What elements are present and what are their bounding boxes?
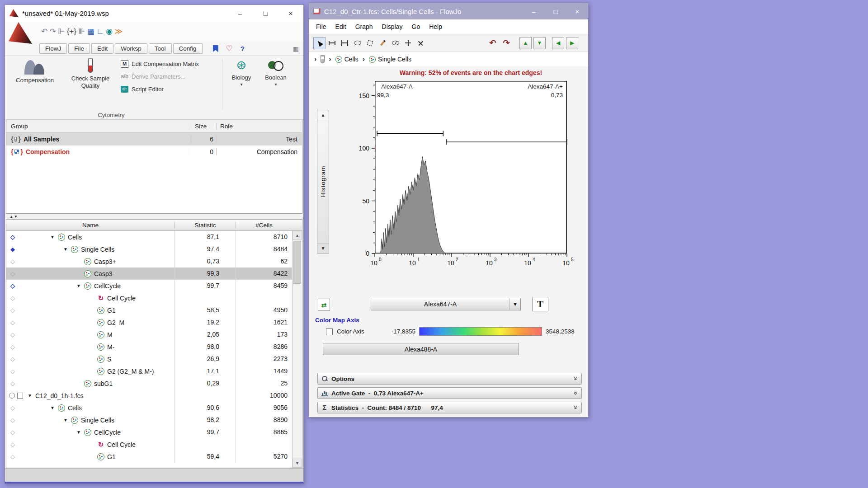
expander-icon[interactable] xyxy=(74,283,83,288)
minimize-button[interactable]: – xyxy=(523,3,545,19)
group-row[interactable]: {} All Samples 6 Test xyxy=(6,133,302,145)
menu-item[interactable]: Go xyxy=(407,21,425,32)
undo-icon[interactable]: ↶ xyxy=(486,38,500,48)
ribbon-tab[interactable]: Tool xyxy=(149,43,172,54)
maximize-button[interactable]: □ xyxy=(545,3,566,19)
layout-editor-icon[interactable]: ∟ xyxy=(96,27,104,36)
histogram-plot[interactable]: 050100150100101102103104105 xyxy=(375,81,567,253)
row-select-diamond-icon[interactable] xyxy=(9,304,16,316)
row-select-diamond-icon[interactable] xyxy=(9,280,16,292)
tree-row[interactable]: CellCycle 99,7 8865 xyxy=(6,426,292,438)
advance-icon[interactable]: ≫ xyxy=(115,27,123,36)
edit-compensation-matrix-button[interactable]: M Edit Compensation Matrix xyxy=(121,57,227,70)
column-header-group[interactable]: Group xyxy=(6,123,191,130)
favorites-heart-icon[interactable]: ♡ xyxy=(226,44,233,53)
ancestor-up-button[interactable]: ▲ xyxy=(519,37,532,49)
splitter-toggle-icons[interactable]: ▲▼ xyxy=(9,215,19,219)
row-select-diamond-icon[interactable] xyxy=(9,231,16,243)
expander-icon[interactable] xyxy=(61,247,70,252)
polygon-gate-tool[interactable] xyxy=(364,37,376,49)
scrollbar-thumb[interactable] xyxy=(293,241,301,284)
group-row[interactable]: {} Compensation 0 Compensation xyxy=(6,145,302,158)
tree-row[interactable]: Cells 90,6 9056 xyxy=(6,402,292,414)
expand-section-icon[interactable]: » xyxy=(572,406,580,409)
ellipse-gate-tool[interactable] xyxy=(351,37,363,49)
ribbon-tab[interactable]: Edit xyxy=(91,43,113,54)
script-editor-button[interactable]: C: Script Editor xyxy=(121,83,227,95)
active-gate-section-header[interactable]: Active Gate - 0,73 Alexa647-A+ » xyxy=(317,387,582,399)
menu-item[interactable]: File xyxy=(311,21,331,32)
column-header-size[interactable]: Size xyxy=(191,123,216,130)
tree-row[interactable]: Single Cells 97,4 8484 xyxy=(6,243,292,255)
x-parameter-dropdown[interactable]: Alexa647-A ▼ xyxy=(371,298,521,310)
check-sample-quality-button[interactable]: Check SampleQuality xyxy=(71,58,110,90)
color-axis-checkbox[interactable] xyxy=(326,328,333,335)
redo-icon[interactable]: ↷ xyxy=(500,38,513,48)
color-map-axis-link[interactable]: Color Map Axis xyxy=(315,317,359,324)
expander-icon[interactable] xyxy=(74,430,83,435)
biology-button[interactable]: ⊛ Biology ▾ xyxy=(227,58,255,87)
next-sample-button[interactable]: ▶ xyxy=(566,37,578,49)
plot-type-up-icon[interactable]: ▲ xyxy=(317,110,329,120)
tree-row[interactable]: Cell Cycle xyxy=(6,292,292,304)
row-select-diamond-icon[interactable] xyxy=(9,365,16,377)
pointer-tool[interactable] xyxy=(313,37,326,49)
color-gradient-bar[interactable] xyxy=(419,327,542,336)
tree-row[interactable]: M 2,05 173 xyxy=(6,328,292,341)
tree-row[interactable]: S 26,9 2273 xyxy=(6,353,292,365)
bisector-gate-tool[interactable] xyxy=(339,37,351,49)
pencil-gate-tool[interactable] xyxy=(377,37,389,49)
bookmark-icon[interactable] xyxy=(213,45,218,52)
tree-row[interactable]: C12_d0_1h-1.fcs 10000 xyxy=(6,389,292,402)
text-annotation-button[interactable]: T xyxy=(532,297,548,311)
menu-item[interactable]: Edit xyxy=(331,21,351,32)
ribbon-tab[interactable]: File xyxy=(68,43,90,54)
compensation-button[interactable]: Compensation xyxy=(9,58,60,84)
scrollbar-track[interactable] xyxy=(292,240,302,459)
ribbon-tab[interactable]: FlowJ xyxy=(39,43,67,54)
breadcrumb-item-single-cells[interactable]: Single Cells xyxy=(369,56,411,63)
tree-row[interactable]: G1 59,4 5270 xyxy=(6,450,292,463)
add-tubes-icon[interactable]: ⊪ xyxy=(78,27,85,36)
row-select-diamond-icon[interactable] xyxy=(9,255,16,267)
ribbon-tab[interactable]: Worksp xyxy=(115,43,147,54)
tree-row[interactable]: Casp3- 99,3 8422 xyxy=(6,267,292,280)
undo-icon[interactable]: ↶ xyxy=(41,27,47,36)
panel-splitter[interactable]: ▲▼ xyxy=(5,214,303,219)
column-header-role[interactable]: Role xyxy=(216,123,302,130)
derive-parameters-button[interactable]: a/b Derive Parameters... xyxy=(121,70,227,83)
sample-checkbox[interactable] xyxy=(17,393,23,399)
scroll-up-button[interactable]: ▲ xyxy=(292,231,302,240)
tree-row[interactable]: Single Cells 98,2 8890 xyxy=(6,414,292,426)
minimize-button[interactable]: – xyxy=(227,5,253,21)
column-header-name[interactable]: Name xyxy=(6,222,175,229)
tree-row[interactable]: G2 (G2_M & M-) 17,1 1449 xyxy=(6,365,292,377)
tree-row[interactable]: G2_M 19,2 1621 xyxy=(6,316,292,328)
y-parameter-button[interactable]: Alexa488-A xyxy=(323,343,519,355)
quad-gate-tool[interactable] xyxy=(402,37,414,49)
maximize-button[interactable]: □ xyxy=(253,5,278,21)
row-select-diamond-icon[interactable] xyxy=(9,438,16,450)
tree-scrollbar[interactable]: ▲ ▼ xyxy=(292,231,302,468)
row-select-diamond-icon[interactable] xyxy=(9,450,16,463)
row-select-diamond-icon[interactable] xyxy=(9,402,16,414)
row-select-diamond-icon[interactable] xyxy=(9,328,16,341)
breadcrumb-item-cells[interactable]: Cells xyxy=(335,56,359,63)
scroll-down-button[interactable]: ▼ xyxy=(292,459,302,468)
row-select-diamond-icon[interactable] xyxy=(9,292,16,304)
plot-type-down-icon[interactable]: ▼ xyxy=(317,243,329,253)
close-button[interactable]: × xyxy=(278,5,303,21)
row-select-diamond-icon[interactable] xyxy=(9,353,16,365)
column-header-statistic[interactable]: Statistic xyxy=(175,222,236,229)
table-editor-icon[interactable]: ▦ xyxy=(87,27,94,36)
menu-item[interactable]: Display xyxy=(377,21,407,32)
boolean-button[interactable]: Boolean ▾ xyxy=(261,58,290,87)
options-section-header[interactable]: Options » xyxy=(317,373,582,385)
previous-sample-button[interactable]: ◀ xyxy=(552,37,564,49)
statistics-section-header[interactable]: Statistics - Count: 8484 / 8710 97,4 » xyxy=(317,402,582,413)
tree-row[interactable]: G1 58,5 4950 xyxy=(6,304,292,316)
row-select-diamond-icon[interactable] xyxy=(9,426,16,438)
transform-button[interactable]: ⇄ xyxy=(318,299,330,311)
column-header-cells[interactable]: #Cells xyxy=(236,222,292,229)
help-icon[interactable]: ? xyxy=(241,45,245,52)
